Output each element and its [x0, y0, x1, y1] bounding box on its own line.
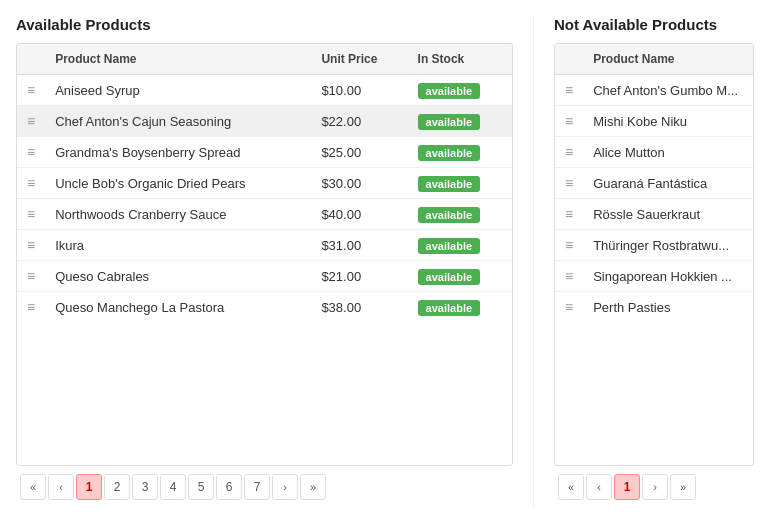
drag-handle-icon[interactable]: ≡ — [555, 230, 583, 261]
not-available-table-row: ≡ Chef Anton's Gumbo M... — [555, 75, 753, 106]
available-products-title: Available Products — [16, 16, 513, 33]
product-name-cell: Rössle Sauerkraut — [583, 199, 753, 230]
available-page-3-btn[interactable]: 3 — [132, 474, 158, 500]
available-page-4-btn[interactable]: 4 — [160, 474, 186, 500]
stock-badge-cell: available — [408, 106, 512, 137]
available-page-7-btn[interactable]: 7 — [244, 474, 270, 500]
available-page-1-btn[interactable]: 1 — [76, 474, 102, 500]
drag-handle-icon[interactable]: ≡ — [555, 292, 583, 323]
product-name-cell: Singaporean Hokkien ... — [583, 261, 753, 292]
available-table-row: ≡ Uncle Bob's Organic Dried Pears $30.00… — [17, 168, 512, 199]
not-available-table-row: ≡ Guaraná Fantástica — [555, 168, 753, 199]
available-table-row: ≡ Aniseed Syrup $10.00 available — [17, 75, 512, 106]
drag-handle-icon[interactable]: ≡ — [555, 199, 583, 230]
product-name-cell: Queso Cabrales — [45, 261, 311, 292]
drag-handle-icon[interactable]: ≡ — [17, 292, 45, 323]
available-badge: available — [418, 238, 480, 254]
not-available-products-table: Product Name ≡ Chef Anton's Gumbo M... ≡… — [555, 44, 753, 322]
product-name-cell: Aniseed Syrup — [45, 75, 311, 106]
product-name-cell: Chef Anton's Gumbo M... — [583, 75, 753, 106]
col-in-stock: In Stock — [408, 44, 512, 75]
available-badge: available — [418, 269, 480, 285]
not-available-table-row: ≡ Thüringer Rostbratwu... — [555, 230, 753, 261]
available-badge: available — [418, 300, 480, 316]
stock-badge-cell: available — [408, 75, 512, 106]
not-available-last-btn[interactable]: » — [670, 474, 696, 500]
available-page-5-btn[interactable]: 5 — [188, 474, 214, 500]
drag-handle-icon[interactable]: ≡ — [17, 261, 45, 292]
drag-handle-icon[interactable]: ≡ — [17, 199, 45, 230]
product-name-cell: Grandma's Boysenberry Spread — [45, 137, 311, 168]
stock-badge-cell: available — [408, 168, 512, 199]
drag-handle-icon[interactable]: ≡ — [17, 137, 45, 168]
not-available-products-title: Not Available Products — [554, 16, 754, 33]
not-available-table-row: ≡ Singaporean Hokkien ... — [555, 261, 753, 292]
product-name-cell: Queso Manchego La Pastora — [45, 292, 311, 323]
drag-handle-icon[interactable]: ≡ — [17, 230, 45, 261]
drag-handle-icon[interactable]: ≡ — [555, 75, 583, 106]
available-products-table-wrapper: Product Name Unit Price In Stock ≡ Anise… — [16, 43, 513, 466]
available-table-row: ≡ Northwoods Cranberry Sauce $40.00 avai… — [17, 199, 512, 230]
not-available-first-btn[interactable]: « — [558, 474, 584, 500]
not-available-prev-btn[interactable]: ‹ — [586, 474, 612, 500]
product-name-cell: Uncle Bob's Organic Dried Pears — [45, 168, 311, 199]
not-available-table-row: ≡ Rössle Sauerkraut — [555, 199, 753, 230]
product-name-cell: Guaraná Fantástica — [583, 168, 753, 199]
available-last-btn[interactable]: » — [300, 474, 326, 500]
not-available-table-row: ≡ Mishi Kobe Niku — [555, 106, 753, 137]
available-prev-btn[interactable]: ‹ — [48, 474, 74, 500]
stock-badge-cell: available — [408, 292, 512, 323]
drag-handle-icon[interactable]: ≡ — [555, 106, 583, 137]
available-table-row: ≡ Queso Cabrales $21.00 available — [17, 261, 512, 292]
available-table-header-row: Product Name Unit Price In Stock — [17, 44, 512, 75]
main-container: Available Products Product Name Unit Pri… — [0, 0, 770, 524]
col-unit-price: Unit Price — [311, 44, 407, 75]
not-available-pagination: « ‹ 1 › » — [554, 466, 754, 508]
available-table-row: ≡ Grandma's Boysenberry Spread $25.00 av… — [17, 137, 512, 168]
not-available-next-btn[interactable]: › — [642, 474, 668, 500]
available-next-btn[interactable]: › — [272, 474, 298, 500]
col-product-name-right: Product Name — [583, 44, 753, 75]
product-name-cell: Alice Mutton — [583, 137, 753, 168]
panel-divider — [533, 16, 534, 508]
available-badge: available — [418, 83, 480, 99]
product-name-cell: Perth Pasties — [583, 292, 753, 323]
stock-badge-cell: available — [408, 261, 512, 292]
stock-badge-cell: available — [408, 199, 512, 230]
stock-badge-cell: available — [408, 230, 512, 261]
col-drag-right — [555, 44, 583, 75]
unit-price-cell: $22.00 — [311, 106, 407, 137]
unit-price-cell: $30.00 — [311, 168, 407, 199]
stock-badge-cell: available — [408, 137, 512, 168]
product-name-cell: Chef Anton's Cajun Seasoning — [45, 106, 311, 137]
drag-handle-icon[interactable]: ≡ — [17, 106, 45, 137]
not-available-table-row: ≡ Alice Mutton — [555, 137, 753, 168]
drag-handle-icon[interactable]: ≡ — [17, 168, 45, 199]
available-badge: available — [418, 114, 480, 130]
not-available-products-table-wrapper: Product Name ≡ Chef Anton's Gumbo M... ≡… — [554, 43, 754, 466]
available-products-table: Product Name Unit Price In Stock ≡ Anise… — [17, 44, 512, 322]
col-drag — [17, 44, 45, 75]
available-page-2-btn[interactable]: 2 — [104, 474, 130, 500]
not-available-table-header-row: Product Name — [555, 44, 753, 75]
product-name-cell: Northwoods Cranberry Sauce — [45, 199, 311, 230]
not-available-page-1-btn[interactable]: 1 — [614, 474, 640, 500]
col-product-name: Product Name — [45, 44, 311, 75]
available-first-btn[interactable]: « — [20, 474, 46, 500]
available-table-row: ≡ Queso Manchego La Pastora $38.00 avail… — [17, 292, 512, 323]
drag-handle-icon[interactable]: ≡ — [17, 75, 45, 106]
unit-price-cell: $21.00 — [311, 261, 407, 292]
unit-price-cell: $31.00 — [311, 230, 407, 261]
available-page-6-btn[interactable]: 6 — [216, 474, 242, 500]
unit-price-cell: $10.00 — [311, 75, 407, 106]
not-available-products-panel: Not Available Products Product Name ≡ Ch… — [554, 16, 754, 508]
product-name-cell: Ikura — [45, 230, 311, 261]
drag-handle-icon[interactable]: ≡ — [555, 168, 583, 199]
available-badge: available — [418, 207, 480, 223]
available-table-row: ≡ Ikura $31.00 available — [17, 230, 512, 261]
available-badge: available — [418, 145, 480, 161]
drag-handle-icon[interactable]: ≡ — [555, 261, 583, 292]
drag-handle-icon[interactable]: ≡ — [555, 137, 583, 168]
product-name-cell: Mishi Kobe Niku — [583, 106, 753, 137]
available-pagination: « ‹ 1 2 3 4 5 6 7 › » — [16, 466, 513, 508]
